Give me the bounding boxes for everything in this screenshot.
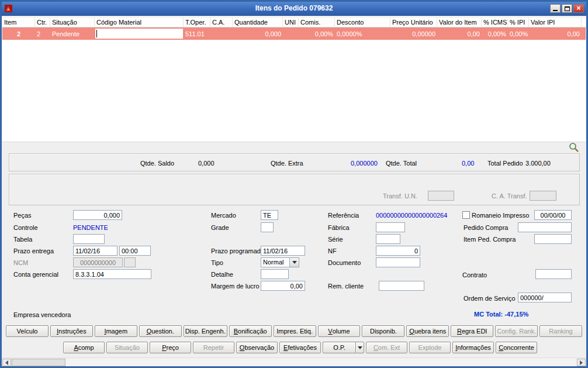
button-row-1: VeículoInstruçõesImagemQuestion.Disp. En… [6,325,582,337]
close-button[interactable]: × [573,4,584,13]
item-ped-compra-label: Item Ped. Compra [464,236,516,243]
button-o-p-split: O.P. [323,342,364,353]
nf-field[interactable] [376,246,420,256]
button-o-p[interactable]: O.P. [323,342,355,353]
column-header-icms[interactable]: % ICMS [482,18,508,27]
button-impres-etiq[interactable]: Impres. Etiq. [274,325,316,337]
nf-label: NF [328,247,337,254]
row-cell-comis[interactable]: 0,00% [299,30,335,37]
conta-gerencial-field[interactable] [73,269,151,279]
window: Itens do Pedido 079632 × ItemCtr.Situaçã… [0,0,588,368]
column-header-uni[interactable]: UNI [283,18,299,27]
margem-lucro-field[interactable] [261,281,305,291]
column-header-quantidade[interactable]: Quantidade [233,18,283,27]
prazo-entrega-time-field[interactable] [119,246,151,256]
romaneio-date-field[interactable] [534,210,572,220]
row-cell-quantidade[interactable]: 0,000 [233,30,283,37]
button-explode: Explode [409,342,451,353]
row-cell-preco-unitario[interactable]: 0,00000 [390,30,437,37]
grid-empty-area [2,40,586,142]
maximize-button[interactable] [562,4,572,13]
button-quebra-itens[interactable]: Quebra itens [406,325,449,337]
grade-field[interactable] [261,222,274,232]
row-cell-t-oper[interactable]: 511.01 [184,30,210,37]
grade-label: Grade [211,224,229,231]
romaneio-impresso-label: Romaneio Impresso [472,212,529,219]
codigo-material-input[interactable] [95,29,183,39]
button-volume[interactable]: Volume [318,325,361,337]
fabrica-field[interactable] [376,222,405,232]
row-cell-item[interactable]: 2 [2,30,35,37]
column-header-preco-unitario[interactable]: Preço Unitário [390,18,437,27]
tipo-select[interactable]: Normal [261,257,299,267]
button-bonificacao[interactable]: Bonificação [229,325,272,337]
button-veiculo[interactable]: Veículo [6,325,49,337]
tabela-field[interactable] [73,234,105,244]
column-header-valor-ipi[interactable]: Valor IPI [529,18,582,27]
button-preco[interactable]: Preço [150,342,191,353]
button-instrucoes[interactable]: Instruções [50,325,93,337]
rem-cliente-field[interactable] [379,281,424,291]
button-imagem[interactable]: Imagem [95,325,137,337]
row-cell-icms[interactable]: 0,00% [482,30,508,37]
button-question[interactable]: Question. [139,325,182,337]
column-header-ipi[interactable]: % IPI [508,18,529,27]
row-cell-desconto[interactable]: 0,0000% [335,30,390,37]
chevron-down-icon [358,346,362,352]
scroll-right-button[interactable] [577,359,586,366]
row-cell-valor-do-item[interactable]: 0,00 [437,30,482,37]
tipo-dropdown-button[interactable] [290,257,299,267]
column-header-situacao[interactable]: Situação [50,18,95,27]
grid-row[interactable]: 22Pendente511.010,0000,00%0,0000%0,00000… [2,27,586,40]
serie-field[interactable] [376,234,400,244]
row-cell-ipi[interactable]: 0,00% [508,30,529,37]
qtde-saldo-label: Qtde. Saldo [140,160,174,167]
column-header-item[interactable]: Item [2,18,35,27]
button-acomp[interactable]: Acomp [63,342,105,353]
mercado-field[interactable] [261,210,278,220]
romaneio-impresso-checkbox[interactable] [462,211,470,219]
button-concorrente[interactable]: Concorrente [496,342,537,353]
button-ranking: Ranking [539,325,582,337]
button-regra-edi[interactable]: Regra EDI [451,325,493,337]
ca-transf-label: C. A. Transf. [492,192,527,200]
button-disponib[interactable]: Disponib. [362,325,404,337]
controle-value: PENDENTE [73,224,108,231]
button-observacao[interactable]: Observação [236,342,278,353]
column-header-desconto[interactable]: Desconto [335,18,390,27]
button-row-2: AcompSituaçãoPreçoRepetirObservaçãoEfeti… [63,342,537,353]
button-disp-engenh[interactable]: Disp. Engenh. [184,325,227,337]
transf-un-label: Transf. U.N. [383,192,417,200]
prazo-programado-field[interactable] [261,246,305,256]
scrollbar-thumb[interactable] [12,359,65,366]
ordem-servico-field[interactable] [518,293,572,302]
row-cell-codigo-material[interactable] [95,27,184,40]
contrato-field[interactable] [535,269,572,279]
column-header-valor-do-item[interactable]: Valor do Item [437,18,482,27]
column-header-t-oper[interactable]: T.Oper. [184,18,210,27]
column-header-c-a[interactable]: C.A. [210,18,233,27]
detalhe-label: Detalhe [211,271,233,278]
item-ped-compra-field[interactable] [534,234,572,244]
horizontal-scrollbar[interactable] [2,357,586,366]
total-pedido-label: Total Pedido [487,160,523,167]
minimize-button[interactable] [550,4,561,13]
column-header-ctr[interactable]: Ctr. [35,18,50,27]
row-cell-ctr[interactable]: 2 [35,30,50,37]
detalhe-field[interactable] [261,269,289,279]
pedido-compra-field[interactable] [518,222,572,232]
button-situacao: Situação [106,342,148,353]
documento-field[interactable] [376,257,420,267]
button-efetivacoes[interactable]: Efetivações [279,342,321,353]
pecas-field[interactable] [73,210,122,220]
button-o-p-dropdown[interactable] [355,342,364,353]
scroll-left-button[interactable] [2,359,11,366]
column-header-codigo-material[interactable]: Código Material [95,18,184,27]
column-header-comis[interactable]: Comis. [299,18,335,27]
row-cell-situacao[interactable]: Pendente [50,30,95,37]
magnifier-icon[interactable] [569,142,579,154]
button-informacoes[interactable]: Informações [452,342,494,353]
row-cell-valor-ipi[interactable]: 0,00 [529,30,582,37]
prazo-entrega-date-field[interactable] [73,246,117,256]
documento-label: Documento [328,259,361,266]
